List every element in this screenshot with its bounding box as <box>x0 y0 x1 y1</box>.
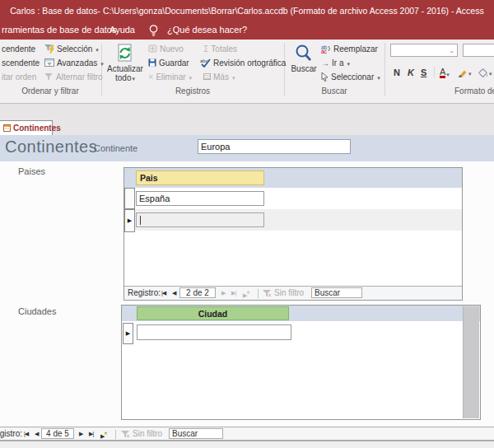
clear-sort-button[interactable]: itar orden <box>2 70 36 83</box>
italic-button[interactable]: K <box>408 68 414 77</box>
totals-button[interactable]: Σ Totales <box>203 42 237 55</box>
select-button[interactable]: Seleccionar <box>321 70 380 83</box>
goto-button[interactable]: → Ir a <box>321 56 350 69</box>
first-record-button[interactable] <box>24 431 28 437</box>
save-button[interactable]: Guardar <box>148 56 189 69</box>
highlight-button[interactable] <box>458 68 472 77</box>
next-record-button[interactable] <box>79 431 82 437</box>
selection-filter-button[interactable]: Selección <box>44 42 99 55</box>
paint-bucket-icon <box>478 68 488 77</box>
last-record-button[interactable] <box>89 431 93 437</box>
group-label-sort-filter: Ordenar y filtrar <box>0 86 100 96</box>
arrow-right-icon: → <box>321 58 329 68</box>
next-record-button[interactable] <box>221 290 225 296</box>
text-cursor <box>140 216 141 225</box>
tab-database-tools[interactable]: rramientas de base de datos <box>2 25 116 35</box>
spelling-button[interactable]: abc Revisión ortográfica <box>200 56 286 69</box>
paises-label: Paises <box>18 166 45 176</box>
tab-help[interactable]: Ayuda <box>110 25 135 35</box>
record-position-box[interactable]: 4 de 5 <box>41 428 74 439</box>
status-bar <box>0 441 494 448</box>
previous-record-button[interactable] <box>35 431 38 437</box>
new-record-icon <box>148 44 157 53</box>
tab-label: Continentes <box>13 124 61 133</box>
main-record-navigation: Registro: 4 de 5 Sin filtro <box>0 427 494 441</box>
window-title: Carlos : Base de datos- C:\Users\gonza\D… <box>10 6 483 16</box>
search-records-input[interactable] <box>311 287 362 298</box>
pais-input-row2[interactable] <box>136 212 264 227</box>
delete-x-icon: × <box>148 73 153 81</box>
underline-button[interactable]: S <box>421 68 426 77</box>
pais-input-row1[interactable] <box>136 191 264 206</box>
current-record-selector[interactable] <box>123 323 133 344</box>
ciudad-column-header[interactable]: Ciudad <box>137 306 289 320</box>
separator <box>115 430 116 439</box>
delete-button[interactable]: × Eliminar <box>148 70 192 83</box>
replace-icon: ab ac <box>321 44 331 54</box>
vertical-scrollbar[interactable] <box>463 306 479 418</box>
sort-descending-button[interactable]: scendente <box>2 56 40 69</box>
more-button[interactable]: Más <box>203 70 235 83</box>
chevron-down-icon <box>445 68 450 78</box>
svg-text:ac: ac <box>321 49 328 54</box>
title-bar: Carlos : Base de datos- C:\Users\gonza\D… <box>0 0 494 21</box>
record-position-box[interactable]: 2 de 2 <box>179 287 216 298</box>
new-record-button[interactable]: Nuevo <box>148 42 184 55</box>
tell-me-box[interactable]: ¿Qué desea hacer? <box>167 25 247 35</box>
refresh-icon <box>115 44 135 63</box>
replace-button[interactable]: ab ac Reemplazar <box>321 42 378 55</box>
font-color-button[interactable]: A <box>440 68 450 78</box>
record-label: Registro: <box>128 288 161 297</box>
continente-label: Continente <box>94 143 137 153</box>
bold-button[interactable]: N <box>394 68 400 77</box>
pais-column-header[interactable]: Pais <box>136 170 264 185</box>
advanced-filter-icon <box>44 58 54 67</box>
advanced-filter-button[interactable]: Avanzadas <box>44 56 104 69</box>
spelling-abc-check-icon: abc <box>200 58 211 68</box>
content-background <box>0 104 494 120</box>
ciudad-input-row1[interactable] <box>137 324 291 340</box>
cursor-icon <box>321 72 329 82</box>
first-record-button[interactable] <box>161 290 165 296</box>
paises-header-row: Pais <box>124 168 462 188</box>
chevron-down-icon: ⌄ <box>449 47 454 54</box>
ciudades-label: Ciudades <box>18 306 56 316</box>
tab-continentes[interactable]: Continentes <box>0 120 53 135</box>
last-record-button[interactable] <box>231 290 235 296</box>
toggle-filter-button[interactable]: Alternar filtro <box>44 70 103 83</box>
chevron-down-icon <box>189 72 193 82</box>
search-records-input[interactable] <box>169 428 223 439</box>
ribbon-tab-bar: rramientas de base de datos Ayuda ¿Qué d… <box>0 21 494 40</box>
group-separator <box>384 43 385 96</box>
chevron-down-icon <box>100 58 104 68</box>
chevron-down-icon <box>231 72 235 82</box>
find-button[interactable]: Buscar <box>288 42 319 93</box>
form-title: Continentes <box>5 138 97 156</box>
continente-input[interactable] <box>198 139 351 154</box>
document-tab-bar: Continentes <box>0 120 494 135</box>
form-header: Continentes Continente <box>0 135 494 161</box>
chevron-down-icon <box>488 68 492 77</box>
ciudades-subform: Ciudad <box>121 305 481 420</box>
sort-ascending-button[interactable]: cendente <box>2 42 35 55</box>
refresh-all-button[interactable]: Actualizar todo <box>107 42 143 93</box>
lightbulb-icon <box>148 24 159 37</box>
new-record-button[interactable] <box>243 290 249 299</box>
access-window: Carlos : Base de datos- C:\Users\gonza\D… <box>0 0 494 448</box>
highlighter-icon <box>458 68 468 77</box>
font-name-combobox[interactable]: ⌄ <box>390 44 458 57</box>
separator <box>434 67 435 78</box>
more-grid-icon <box>203 73 211 80</box>
new-record-button[interactable] <box>100 431 107 440</box>
save-icon <box>148 58 156 67</box>
fill-color-button[interactable] <box>478 68 492 77</box>
filter-status[interactable]: Sin filtro <box>274 288 304 297</box>
font-size-combobox[interactable] <box>463 44 494 57</box>
chevron-down-icon <box>346 58 350 68</box>
record-selector[interactable] <box>124 188 135 209</box>
chevron-down-icon <box>468 68 472 77</box>
previous-record-button[interactable] <box>172 290 175 296</box>
current-record-selector[interactable] <box>124 209 135 232</box>
group-label-text-format: Formato de texto <box>454 86 494 96</box>
filter-status[interactable]: Sin filtro <box>133 429 162 438</box>
